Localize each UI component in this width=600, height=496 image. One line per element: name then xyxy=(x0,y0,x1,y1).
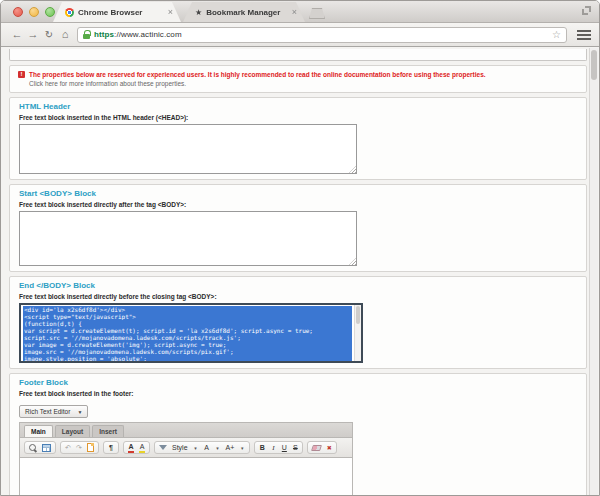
forward-button[interactable]: → xyxy=(25,29,41,40)
code-line: var script = d.createElement(t); script.… xyxy=(24,327,351,334)
bookmark-star-icon[interactable]: ☆ xyxy=(552,29,561,40)
end-body-section: End </BODY> Block Free text block insert… xyxy=(9,276,587,369)
settings-page: ! The properties below are reserved for … xyxy=(9,47,587,496)
editor-tab[interactable]: Insert xyxy=(92,425,124,437)
warning-panel: ! The properties below are reserved for … xyxy=(9,65,587,93)
editor-tab-bar: MainLayoutInsert xyxy=(20,423,352,438)
selected-option: Rich Text Editor xyxy=(25,408,70,415)
italic-button[interactable]: I xyxy=(270,444,276,452)
tab-bookmark-manager[interactable]: ★ Bookmark Manager × xyxy=(183,2,305,22)
html-header-textarea[interactable] xyxy=(19,124,357,174)
font-size-dropdown[interactable]: A+ xyxy=(226,444,235,452)
reload-button[interactable]: ↻ xyxy=(41,29,57,40)
textarea-scrollbar[interactable] xyxy=(354,305,361,361)
delete-icon[interactable]: ✖ xyxy=(326,444,332,452)
underline-button[interactable]: U xyxy=(281,444,287,452)
window-titlebar: Chrome Browser × ★ Bookmark Manager × xyxy=(1,1,599,23)
back-button[interactable]: ← xyxy=(9,29,25,40)
editor-tab[interactable]: Layout xyxy=(55,425,90,437)
code-line: image.src = '//mojanovadomena.ladesk.com… xyxy=(24,348,351,355)
page-content: ! The properties below are reserved for … xyxy=(1,47,599,496)
pilcrow-icon[interactable]: ¶ xyxy=(108,444,114,452)
tab-label: Chrome Browser xyxy=(78,8,164,17)
code-line: var image = d.createElement('img'); scri… xyxy=(24,341,351,348)
field-label: Free text block inserted in the HTML hea… xyxy=(19,114,577,121)
vertical-scrollbar[interactable] xyxy=(589,48,598,496)
scrollbar-thumb[interactable] xyxy=(591,50,597,80)
fullscreen-icon[interactable] xyxy=(582,6,591,15)
undo-icon[interactable]: ↶ xyxy=(65,444,71,452)
minimize-window-button[interactable] xyxy=(29,7,39,17)
tab-chrome-browser[interactable]: Chrome Browser × xyxy=(53,2,181,22)
clear-format-icon[interactable] xyxy=(159,445,167,450)
chrome-logo-icon xyxy=(65,8,74,17)
code-line: <script type="text/javascript"> xyxy=(24,313,351,320)
tab-close-icon[interactable]: × xyxy=(292,8,297,16)
editor-toolbar: ↶ ↷ ¶ A A Style xyxy=(20,438,352,458)
field-label: Free text block inserted in the footer: xyxy=(19,390,577,397)
font-color-button[interactable]: A xyxy=(128,443,134,453)
url-scheme: https xyxy=(94,30,114,39)
window-controls xyxy=(13,7,55,17)
strikethrough-button[interactable]: S xyxy=(292,444,298,452)
editor-tab[interactable]: Main xyxy=(24,425,53,437)
url-text: https://www.actinic.com xyxy=(94,30,548,39)
table-icon[interactable] xyxy=(42,444,51,452)
partial-field xyxy=(9,49,587,61)
warning-icon: ! xyxy=(18,71,25,78)
close-window-button[interactable] xyxy=(13,7,23,17)
eraser-icon[interactable] xyxy=(311,445,322,451)
field-label: Free text block inserted directly after … xyxy=(19,201,577,208)
browser-window: Chrome Browser × ★ Bookmark Manager × ← … xyxy=(0,0,600,496)
star-icon: ★ xyxy=(195,8,202,17)
chevron-down-icon: ▾ xyxy=(215,444,221,452)
end-body-textarea[interactable]: <div id='la_x2s6df8d'></div><script type… xyxy=(19,303,363,363)
padlock-icon xyxy=(83,30,90,39)
editor-mode-select[interactable]: Rich Text Editor ▼ xyxy=(19,405,88,418)
new-tab-button[interactable] xyxy=(309,8,325,19)
search-icon[interactable] xyxy=(29,444,37,452)
home-button[interactable]: ⌂ xyxy=(57,29,73,40)
chevron-down-icon: ▾ xyxy=(239,444,245,452)
highlight-button[interactable]: A xyxy=(139,443,145,453)
footer-block-section: Footer Block Free text block inserted in… xyxy=(9,373,587,496)
style-dropdown[interactable]: Style xyxy=(172,444,188,452)
bold-button[interactable]: B xyxy=(259,444,265,452)
chevron-down-icon: ▾ xyxy=(193,444,199,452)
start-body-section: Start <BODY> Block Free text block inser… xyxy=(9,184,587,272)
code-line: <div id='la_x2s6df8d'></div> xyxy=(24,306,351,313)
tab-close-icon[interactable]: × xyxy=(168,8,173,16)
menu-icon[interactable] xyxy=(577,30,591,40)
navigation-toolbar: ← → ↻ ⌂ https://www.actinic.com ☆ xyxy=(1,23,599,47)
code-line: (function(d,t) { xyxy=(24,320,351,327)
section-title: Start <BODY> Block xyxy=(19,189,577,198)
section-title: Footer Block xyxy=(19,378,577,387)
tab-strip: Chrome Browser × ★ Bookmark Manager × xyxy=(53,2,325,22)
section-title: End </BODY> Block xyxy=(19,281,577,290)
editor-content-area[interactable] xyxy=(20,458,352,496)
warning-more-info-link[interactable]: Click here for more information about th… xyxy=(29,79,578,88)
scrollbar-thumb[interactable] xyxy=(356,306,360,324)
rich-text-editor: MainLayoutInsert ↶ ↷ ¶ xyxy=(19,422,353,496)
code-line: script.src = '//mojanovadomena.ladesk.co… xyxy=(24,334,351,341)
code-line: image.style.position = 'absolute'; xyxy=(24,355,351,362)
address-bar[interactable]: https://www.actinic.com ☆ xyxy=(77,27,567,43)
field-label: Free text block inserted directly before… xyxy=(19,293,577,300)
chevron-down-icon: ▼ xyxy=(77,409,82,415)
paste-icon[interactable] xyxy=(87,443,94,452)
html-header-section: HTML Header Free text block inserted in … xyxy=(9,97,587,180)
section-title: HTML Header xyxy=(19,102,577,111)
start-body-textarea[interactable] xyxy=(19,211,357,266)
url-host: ://www.actinic.com xyxy=(114,30,182,39)
selected-code-block: <div id='la_x2s6df8d'></div><script type… xyxy=(23,306,352,362)
warning-text: The properties below are reserved for ex… xyxy=(29,70,486,79)
redo-icon[interactable]: ↷ xyxy=(76,444,82,452)
tab-label: Bookmark Manager xyxy=(206,8,288,17)
font-family-dropdown[interactable]: A xyxy=(204,444,210,452)
